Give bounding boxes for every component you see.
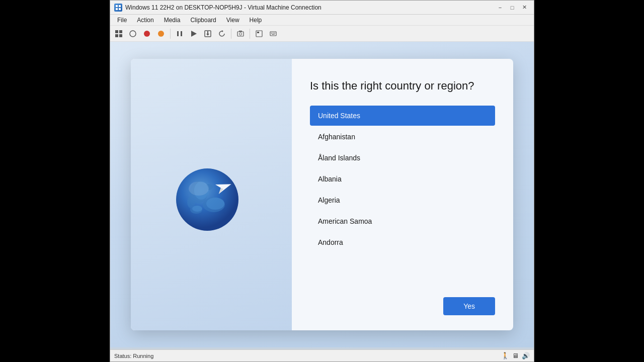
minimize-button[interactable]: −	[495, 3, 506, 12]
globe-icon	[171, 154, 252, 235]
menu-action[interactable]: Action	[132, 15, 158, 26]
svg-rect-20	[239, 31, 242, 32]
svg-rect-6	[115, 34, 118, 37]
svg-rect-5	[119, 30, 122, 33]
window-controls: − □ ✕	[495, 3, 530, 12]
svg-rect-21	[256, 31, 262, 37]
svg-rect-26	[274, 33, 275, 34]
svg-marker-13	[191, 31, 197, 37]
svg-point-36	[206, 198, 224, 210]
status-right-icons: 🚶 🖥 🔊	[501, 352, 530, 359]
toolbar-sep1	[170, 29, 171, 39]
svg-point-37	[192, 206, 202, 212]
country-item-american-samoa[interactable]: American Samoa	[310, 211, 495, 231]
toolbar-save[interactable]	[201, 28, 214, 40]
menu-file[interactable]: File	[112, 15, 132, 26]
window-title: Windows 11 22H2 on DESKTOP-NOP5H9J - Vir…	[125, 4, 495, 11]
country-item-albania[interactable]: Albania	[310, 169, 495, 189]
svg-rect-25	[273, 33, 274, 34]
svg-rect-18	[237, 32, 244, 36]
svg-rect-4	[115, 30, 118, 33]
app-icon	[114, 4, 122, 12]
menu-bar: File Action Media Clipboard View Help	[110, 15, 534, 26]
menu-media[interactable]: Media	[159, 15, 186, 26]
monitor-icon: 🖥	[512, 352, 519, 359]
toolbar-keyboard[interactable]	[267, 28, 280, 40]
status-text: Status: Running	[114, 353, 153, 359]
country-list[interactable]: United States Afghanistan Åland Islands …	[310, 106, 495, 289]
vm-window: Windows 11 22H2 on DESKTOP-NOP5H9J - Vir…	[110, 0, 534, 362]
svg-rect-3	[119, 8, 121, 10]
svg-rect-24	[271, 33, 272, 34]
person-icon: 🚶	[501, 352, 509, 359]
country-item-algeria[interactable]: Algeria	[310, 190, 495, 210]
audio-icon: 🔊	[522, 352, 530, 359]
toolbar	[110, 26, 534, 42]
svg-point-38	[189, 182, 209, 196]
toolbar-stop2[interactable]	[154, 28, 168, 40]
svg-rect-23	[270, 32, 276, 36]
yes-button[interactable]: Yes	[443, 297, 495, 315]
svg-rect-27	[272, 34, 275, 35]
toolbar-settings[interactable]	[112, 28, 125, 40]
menu-help[interactable]: Help	[245, 15, 267, 26]
country-item-andorra[interactable]: Andorra	[310, 232, 495, 252]
question-title: Is this the right country or region?	[310, 79, 495, 94]
left-panel	[131, 59, 292, 330]
svg-point-9	[144, 31, 150, 37]
svg-rect-7	[119, 34, 122, 37]
toolbar-snapshot[interactable]	[234, 28, 247, 40]
close-button[interactable]: ✕	[519, 3, 530, 12]
toolbar-sep2	[231, 29, 231, 39]
svg-rect-0	[116, 5, 118, 7]
toolbar-play[interactable]	[187, 28, 200, 40]
country-item-aland-islands[interactable]: Åland Islands	[310, 148, 495, 168]
toolbar-circle[interactable]	[126, 28, 139, 40]
toolbar-fullscreen[interactable]	[253, 28, 266, 40]
menu-clipboard[interactable]: Clipboard	[185, 15, 221, 26]
status-bar: Status: Running 🚶 🖥 🔊	[110, 349, 534, 361]
svg-marker-17	[222, 30, 223, 32]
setup-dialog: Is this the right country or region? Uni…	[131, 59, 513, 330]
svg-point-10	[158, 31, 164, 37]
toolbar-sep3	[250, 29, 250, 39]
svg-rect-1	[119, 5, 121, 7]
country-item-afghanistan[interactable]: Afghanistan	[310, 127, 495, 147]
menu-view[interactable]: View	[221, 15, 245, 26]
toolbar-revert[interactable]	[215, 28, 228, 40]
country-item-united-states[interactable]: United States	[310, 106, 495, 126]
title-bar: Windows 11 22H2 on DESKTOP-NOP5H9J - Vir…	[110, 1, 534, 15]
right-panel: Is this the right country or region? Uni…	[292, 59, 513, 330]
vm-content: Is this the right country or region? Uni…	[110, 42, 534, 347]
svg-rect-2	[116, 8, 118, 10]
toolbar-pause[interactable]	[173, 28, 186, 40]
svg-point-8	[130, 31, 136, 37]
svg-point-19	[239, 33, 242, 35]
maximize-button[interactable]: □	[507, 3, 518, 12]
toolbar-stop[interactable]	[140, 28, 153, 40]
svg-rect-16	[207, 31, 208, 35]
svg-rect-11	[177, 31, 179, 36]
svg-rect-22	[257, 32, 259, 33]
svg-rect-12	[181, 31, 182, 36]
